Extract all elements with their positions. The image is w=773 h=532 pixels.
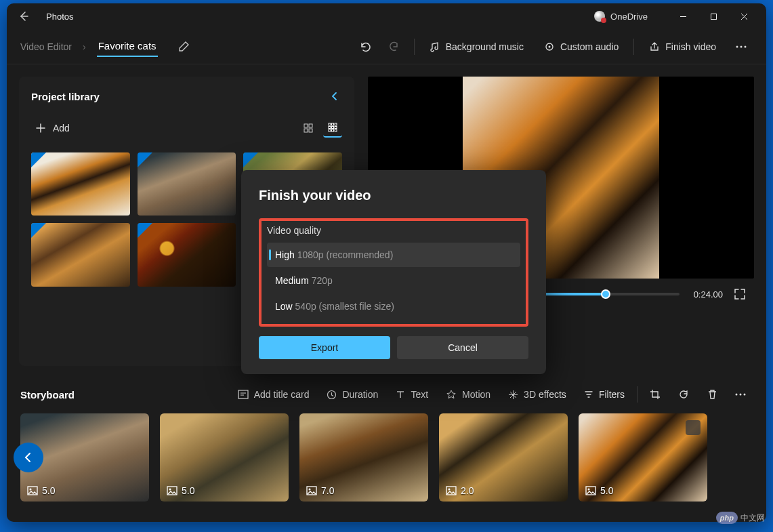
svg-rect-18 (335, 129, 337, 131)
duration-button[interactable]: Duration (320, 385, 385, 404)
clip-duration: 5.0 (42, 485, 55, 496)
add-media-button[interactable]: Add (31, 120, 74, 136)
storyboard-title: Storyboard (20, 389, 75, 401)
video-quality-label: Video quality (267, 225, 520, 236)
storyboard-clip[interactable]: 5.0 (579, 413, 707, 502)
onedrive-status[interactable]: OneDrive (594, 11, 648, 22)
svg-point-25 (30, 489, 32, 491)
custom-audio-button[interactable]: Custom audio (537, 37, 625, 56)
music-icon (430, 41, 440, 52)
library-thumb[interactable] (138, 223, 236, 286)
svg-point-31 (448, 489, 451, 491)
image-icon (306, 486, 317, 495)
chevron-right-icon: › (83, 41, 86, 52)
svg-rect-8 (304, 129, 308, 132)
export-button[interactable]: Export (259, 336, 390, 359)
svg-rect-7 (309, 124, 312, 127)
svg-point-22 (740, 394, 742, 396)
window-minimize-button[interactable] (668, 6, 698, 26)
storyboard-strip: 5.0 5.0 7.0 2.0 5.0 (7, 407, 766, 522)
onedrive-icon (594, 11, 605, 22)
storyboard-clip[interactable]: 5.0 (160, 413, 289, 502)
title-card-icon (238, 390, 249, 399)
library-thumb[interactable] (138, 152, 236, 216)
svg-point-23 (744, 394, 746, 396)
clip-duration: 5.0 (600, 485, 613, 496)
window-maximize-button[interactable] (698, 6, 729, 26)
image-icon (446, 486, 457, 495)
quality-option-high[interactable]: High 1080p (recommended) (267, 243, 520, 267)
svg-rect-15 (335, 127, 337, 129)
rotate-icon (678, 389, 689, 400)
delete-clip-button[interactable] (700, 385, 724, 404)
storyboard-more-button[interactable] (728, 389, 753, 400)
crop-button[interactable] (643, 385, 667, 404)
svg-point-5 (745, 45, 747, 47)
svg-rect-17 (332, 129, 334, 131)
text-button[interactable]: Text (389, 385, 435, 404)
svg-rect-6 (304, 124, 308, 127)
cancel-button[interactable]: Cancel (397, 336, 528, 359)
clip-duration: 7.0 (321, 485, 334, 496)
storyboard-toolbar: Storyboard Add title card Duration Text … (7, 378, 766, 407)
undo-button[interactable] (353, 37, 376, 57)
more-icon (736, 45, 747, 48)
finish-video-button[interactable]: Finish video (642, 37, 723, 56)
editor-toolbar: Video Editor › Favorite cats Background … (7, 29, 766, 64)
image-icon (27, 486, 38, 495)
library-thumb[interactable] (31, 223, 130, 286)
image-icon (167, 486, 177, 495)
svg-point-4 (740, 45, 743, 47)
storyboard-prev-button[interactable] (14, 443, 43, 472)
svg-rect-16 (329, 129, 331, 131)
redo-button[interactable] (383, 37, 406, 57)
svg-rect-14 (332, 127, 334, 129)
quality-option-medium[interactable]: Medium 720p (267, 268, 520, 293)
text-icon (396, 390, 405, 399)
more-icon (735, 393, 746, 396)
grid-large-button[interactable] (299, 119, 318, 138)
svg-point-3 (736, 45, 738, 47)
filter-icon (584, 390, 593, 399)
export-icon (649, 41, 660, 52)
clip-duration: 2.0 (461, 485, 474, 496)
app-title: Photos (46, 12, 73, 22)
back-button[interactable] (14, 6, 34, 26)
3d-effects-button[interactable]: 3D effects (501, 385, 573, 404)
window-close-button[interactable] (729, 6, 759, 26)
svg-rect-10 (329, 123, 331, 125)
background-music-button[interactable]: Background music (423, 37, 530, 56)
library-title: Project library (31, 91, 100, 102)
grid-small-button[interactable] (323, 119, 342, 138)
clip-slot-icon (686, 420, 701, 435)
app-window: Photos OneDrive Video Editor › Favorite … (7, 3, 766, 522)
svg-point-33 (588, 489, 590, 491)
fullscreen-button[interactable] (731, 285, 749, 303)
motion-button[interactable]: Motion (439, 385, 497, 404)
quality-option-low[interactable]: Low 540p (smallest file size) (267, 294, 520, 319)
add-title-card-button[interactable]: Add title card (231, 385, 316, 404)
image-icon (585, 486, 596, 495)
svg-rect-11 (332, 123, 334, 125)
plus-icon (35, 123, 46, 134)
rename-button[interactable] (174, 37, 193, 56)
time-total: 0:24.00 (688, 289, 723, 300)
svg-rect-9 (309, 129, 312, 132)
breadcrumb-root[interactable]: Video Editor (20, 41, 72, 52)
svg-rect-12 (335, 123, 337, 125)
svg-rect-0 (711, 14, 717, 19)
project-name-input[interactable]: Favorite cats (97, 36, 158, 57)
svg-rect-13 (329, 127, 331, 129)
storyboard-clip[interactable]: 2.0 (439, 413, 568, 502)
svg-rect-19 (238, 390, 248, 398)
filters-button[interactable]: Filters (577, 385, 631, 404)
sparkle-icon (508, 390, 518, 400)
library-thumb[interactable] (31, 152, 130, 216)
collapse-library-button[interactable] (327, 89, 342, 104)
storyboard-clip[interactable]: 7.0 (299, 413, 428, 502)
crop-icon (650, 389, 661, 400)
more-button[interactable] (730, 41, 753, 52)
rotate-button[interactable] (671, 385, 696, 404)
clip-duration: 5.0 (182, 485, 194, 496)
audio-icon (544, 41, 555, 52)
